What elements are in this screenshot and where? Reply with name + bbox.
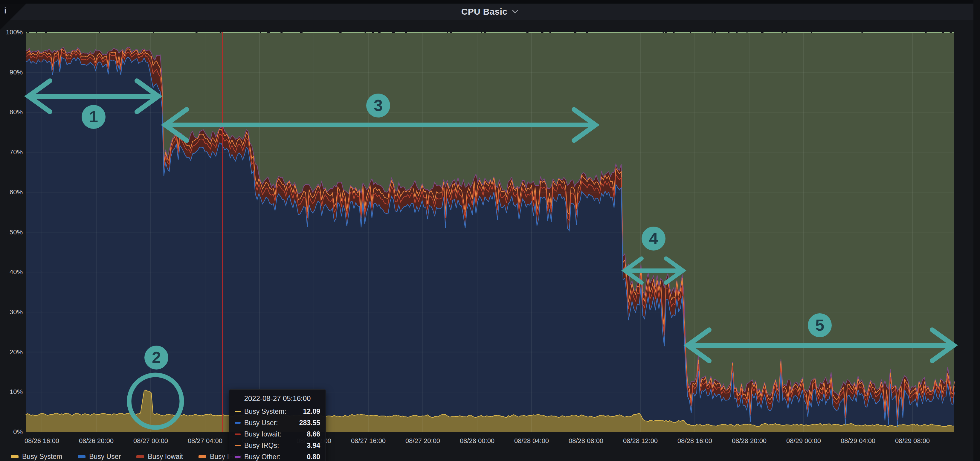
legend-item-busy-user[interactable]: Busy User <box>78 453 121 461</box>
legend-item-busy-system[interactable]: Busy System <box>11 453 62 461</box>
y-tick-label: 60% <box>0 188 23 196</box>
legend-swatch-icon <box>136 455 144 458</box>
legend-label: Busy User <box>89 453 121 461</box>
y-tick-label: 0% <box>0 428 23 436</box>
y-tick-label: 40% <box>0 268 23 276</box>
legend-swatch-icon <box>11 455 19 458</box>
chart-tooltip: 2022-08-27 05:16:00 Busy System:12.09Bus… <box>229 389 326 461</box>
x-tick-label: 08/26 16:00 <box>24 437 59 445</box>
tooltip-row: Busy IRQs:3.94 <box>235 442 320 450</box>
x-tick-label: 08/28 00:00 <box>460 437 495 445</box>
x-tick-label: 08/28 12:00 <box>623 437 658 445</box>
series-swatch-icon <box>235 411 241 412</box>
legend-swatch-icon <box>199 455 206 458</box>
y-tick-label: 10% <box>0 388 23 396</box>
x-tick-label: 08/27 16:00 <box>351 437 386 445</box>
tooltip-series-label: Busy Other: <box>244 453 307 461</box>
x-tick-label: 08/28 20:00 <box>732 437 767 445</box>
x-tick-label: 08/26 20:00 <box>79 437 114 445</box>
tooltip-series-value: 3.94 <box>307 442 320 450</box>
cpu-usage-chart[interactable] <box>0 0 980 461</box>
y-tick-label: 20% <box>0 348 23 356</box>
tooltip-series-label: Busy IRQs: <box>244 442 307 450</box>
tooltip-row: Busy System:12.09 <box>235 407 320 416</box>
x-tick-label: 08/27 04:00 <box>188 437 223 445</box>
tooltip-row: Busy Iowait:8.66 <box>235 430 320 438</box>
legend-label: Busy Iowait <box>148 453 183 461</box>
x-tick-label: 08/29 08:00 <box>895 437 930 445</box>
x-tick-label: 08/28 08:00 <box>569 437 603 445</box>
y-tick-label: 80% <box>0 108 23 116</box>
legend-item-busy-iowait[interactable]: Busy Iowait <box>136 453 183 461</box>
tooltip-series-value: 0.80 <box>307 453 320 461</box>
y-tick-label: 100% <box>0 29 23 36</box>
y-tick-label: 90% <box>0 68 23 76</box>
tooltip-row: Busy Other:0.80 <box>235 453 320 461</box>
y-tick-label: 50% <box>0 228 23 236</box>
legend-label: Busy System <box>22 453 62 461</box>
x-tick-label: 08/28 16:00 <box>678 437 712 445</box>
x-tick-label: 08/28 04:00 <box>514 437 549 445</box>
tooltip-series-label: Busy User: <box>244 419 299 427</box>
y-tick-label: 70% <box>0 148 23 156</box>
series-swatch-icon <box>235 422 241 424</box>
legend: Busy SystemBusy UserBusy IowaitBusy IRQs <box>11 453 243 461</box>
legend-swatch-icon <box>78 455 86 458</box>
y-tick-label: 30% <box>0 308 23 316</box>
tooltip-series-value: 8.66 <box>307 430 320 438</box>
tooltip-timestamp: 2022-08-27 05:16:00 <box>235 394 320 403</box>
series-swatch-icon <box>235 434 241 435</box>
series-swatch-icon <box>235 456 241 458</box>
tooltip-series-label: Busy Iowait: <box>244 430 307 438</box>
tooltip-series-value: 283.55 <box>299 419 320 427</box>
x-tick-label: 08/29 04:00 <box>841 437 875 445</box>
x-tick-label: 08/29 00:00 <box>786 437 821 445</box>
tooltip-series-value: 12.09 <box>303 407 320 416</box>
tooltip-series-label: Busy System: <box>244 407 303 416</box>
x-tick-label: 08/27 00:00 <box>133 437 168 445</box>
tooltip-row: Busy User:283.55 <box>235 419 320 427</box>
scrollbar-track[interactable] <box>974 0 980 461</box>
grafana-cpu-panel: { "header": { "title": "CPU Basic", "inf… <box>0 0 980 461</box>
x-tick-label: 08/27 20:00 <box>406 437 440 445</box>
series-swatch-icon <box>235 445 241 446</box>
